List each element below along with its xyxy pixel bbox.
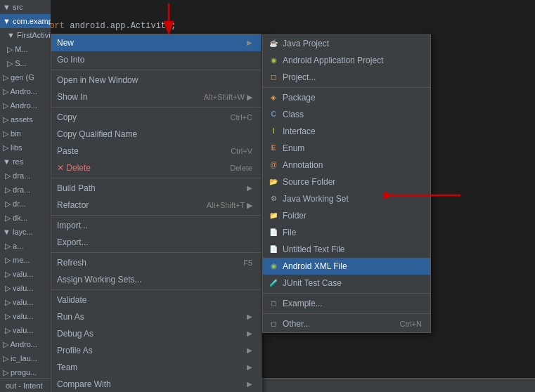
delete-shortcut: Delete: [230, 162, 252, 174]
tree-item-valu2[interactable]: ▷ valu...: [0, 281, 51, 295]
tree-item-valu5[interactable]: ▷ valu...: [0, 323, 51, 337]
tree-item-layc[interactable]: ▼ layc...: [0, 225, 51, 239]
submenu-label-package: Package: [283, 91, 316, 104]
run-as-arrow: ▶: [247, 311, 252, 323]
tree-item-andro2[interactable]: ▷ Andro...: [0, 98, 51, 112]
submenu-item-junit-test[interactable]: 🧪 JUnit Test Case: [263, 275, 430, 292]
status-text: out - Intent: [6, 381, 43, 390]
menu-item-open-new-window[interactable]: Open in New Window: [51, 72, 261, 89]
menu-item-assign-working-sets[interactable]: Assign Working Sets...: [51, 271, 261, 288]
submenu-item-android-xml[interactable]: ◉ Android XML File: [263, 258, 430, 275]
other-icon: ◻: [269, 319, 278, 329]
copy-shortcut: Ctrl+C: [231, 111, 252, 124]
submenu-label-folder: Folder: [283, 209, 307, 222]
menu-item-build-path[interactable]: Build Path ▶: [51, 180, 261, 197]
submenu-label-interface: Interface: [283, 125, 316, 138]
menu-item-paste[interactable]: Paste Ctrl+V: [51, 143, 261, 159]
submenu-label-java-working-set: Java Working Set: [283, 192, 349, 205]
tree-item-libs[interactable]: ▷ libs: [0, 141, 51, 155]
submenu-label-source-folder: Source Folder: [283, 176, 335, 188]
submenu-item-annotation[interactable]: @ Annotation: [263, 157, 430, 174]
separator-3: [51, 178, 261, 178]
menu-item-compare-with[interactable]: Compare With ▶: [51, 376, 261, 392]
submenu-item-android-app[interactable]: ◉ Android Application Project: [263, 52, 430, 69]
submenu-item-file[interactable]: 📄 File: [263, 224, 430, 241]
tree-item-gen[interactable]: ▷ gen (G: [0, 70, 51, 84]
tree-item-valu4[interactable]: ▷ valu...: [0, 309, 51, 323]
source-folder-icon: 📂: [269, 177, 278, 187]
tree-item-dr[interactable]: ▷ dr...: [0, 197, 51, 211]
menu-item-profile-as[interactable]: Profile As ▶: [51, 342, 261, 359]
folder-icon: 📁: [269, 211, 278, 221]
tree-item-s[interactable]: ▷ S...: [0, 56, 51, 70]
menu-item-run-as[interactable]: Run As ▶: [51, 308, 261, 325]
tree-item-me[interactable]: ▷ me...: [0, 253, 51, 267]
enum-icon: E: [269, 143, 278, 153]
submenu-arrow: ▶: [247, 37, 252, 49]
submenu-item-enum[interactable]: E Enum: [263, 140, 430, 157]
package-icon: ◈: [269, 93, 278, 103]
submenu-label-junit-test: JUnit Test Case: [283, 277, 342, 289]
submenu-label-java-project: Java Project: [283, 37, 329, 50]
tree-item-andro1[interactable]: ▷ Andro...: [0, 84, 51, 98]
submenu-item-class[interactable]: C Class: [263, 106, 430, 123]
submenu-item-java-project[interactable]: ☕ Java Project: [263, 35, 430, 52]
tree-item-package[interactable]: ▼ com.example.intentdemo: [0, 14, 51, 28]
separator-5: [51, 252, 261, 253]
java-working-set-icon: ⚙: [269, 194, 278, 204]
menu-item-copy[interactable]: Copy Ctrl+C: [51, 109, 261, 126]
tree-item-dra1[interactable]: ▷ dra...: [0, 169, 51, 183]
submenu-item-untitled-text[interactable]: 📄 Untitled Text File: [263, 241, 430, 258]
submenu-item-interface[interactable]: I Interface: [263, 123, 430, 140]
submenu-item-example[interactable]: ◻ Example...: [263, 295, 430, 312]
menu-item-refactor[interactable]: Refactor Alt+Shift+T ▶: [51, 197, 261, 214]
android-xml-icon: ◉: [269, 261, 278, 271]
show-in-shortcut: Alt+Shift+W ▶: [204, 91, 252, 103]
submenu-item-folder[interactable]: 📁 Folder: [263, 207, 430, 224]
menu-item-validate[interactable]: Validate: [51, 292, 261, 308]
tree-item-firstactivity[interactable]: ▼ FirstActivity.java: [0, 28, 51, 42]
menu-item-debug-as[interactable]: Debug As ▶: [51, 325, 261, 342]
compare-arrow: ▶: [247, 378, 252, 391]
menu-item-show-in[interactable]: Show In Alt+Shift+W ▶: [51, 89, 261, 105]
menu-item-delete[interactable]: ✕ Delete Delete: [51, 159, 261, 176]
tree-item-bin[interactable]: ▷ bin: [0, 126, 51, 141]
android-app-icon: ◉: [269, 55, 278, 65]
menu-item-import[interactable]: Import...: [51, 217, 261, 234]
tree-item-dra2[interactable]: ▷ dra...: [0, 183, 51, 197]
tree-item-valu1[interactable]: ▷ valu...: [0, 267, 51, 281]
submenu-label-example: Example...: [283, 297, 323, 310]
menu-item-go-into[interactable]: Go Into: [51, 51, 261, 68]
red-arrow-2: [383, 188, 468, 202]
submenu-sep-1: [263, 87, 430, 88]
profile-as-arrow: ▶: [247, 344, 252, 357]
submenu-item-package[interactable]: ◈ Package: [263, 89, 430, 106]
red-arrow-1: [127, 4, 211, 39]
submenu-label-untitled-text: Untitled Text File: [283, 243, 344, 256]
tree-item-ic[interactable]: ▷ ic_lau...: [0, 351, 51, 365]
menu-item-refresh[interactable]: Refresh F5: [51, 254, 261, 271]
submenu-label-annotation: Annotation: [283, 159, 323, 171]
separator-2: [51, 107, 261, 107]
tree-item-m[interactable]: ▷ M...: [0, 42, 51, 56]
menu-item-team[interactable]: Team ▶: [51, 359, 261, 376]
untitled-text-icon: 📄: [269, 244, 278, 254]
refresh-shortcut: F5: [243, 256, 252, 269]
menu-item-copy-qualified[interactable]: Copy Qualified Name: [51, 126, 261, 143]
tree-item-assets[interactable]: ▷ assets: [0, 112, 51, 126]
tree-item-src[interactable]: ▼ src: [0, 0, 51, 14]
tree-item-a[interactable]: ▷ a...: [0, 239, 51, 253]
submenu-label-file: File: [283, 226, 296, 239]
file-icon: 📄: [269, 228, 278, 237]
new-submenu: ☕ Java Project ◉ Android Application Pro…: [262, 34, 431, 333]
tree-item-res[interactable]: ▼ res: [0, 155, 51, 169]
tree-item-progu[interactable]: ▷ progu...: [0, 365, 51, 379]
tree-item-dk[interactable]: ▷ dk...: [0, 211, 51, 225]
paste-shortcut: Ctrl+V: [231, 145, 252, 157]
example-icon: ◻: [269, 299, 278, 308]
tree-item-valu3[interactable]: ▷ valu...: [0, 295, 51, 309]
submenu-item-other[interactable]: ◻ Other... Ctrl+N: [263, 315, 430, 332]
submenu-item-project[interactable]: ◻ Project...: [263, 69, 430, 86]
tree-item-andro3[interactable]: ▷ Andro...: [0, 337, 51, 351]
menu-item-export[interactable]: Export...: [51, 234, 261, 251]
